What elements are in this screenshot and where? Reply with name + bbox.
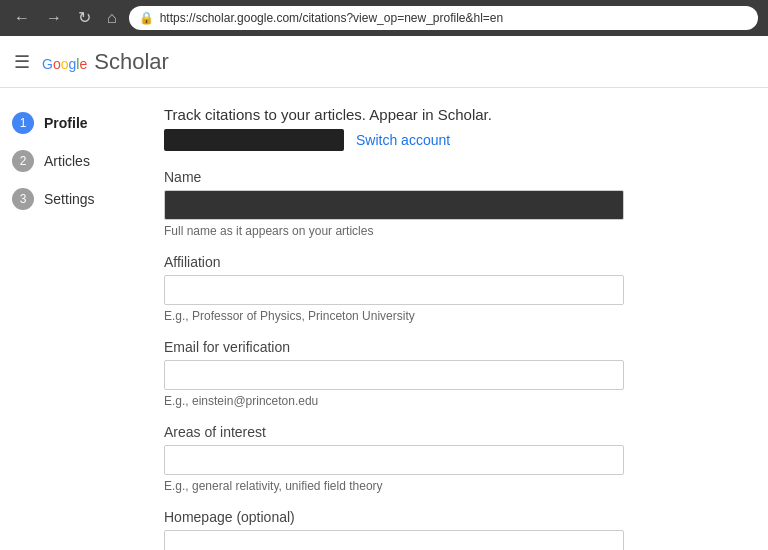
email-hint: E.g., einstein@princeton.edu xyxy=(164,394,744,408)
content-area: Track citations to your articles. Appear… xyxy=(140,88,768,550)
forward-button[interactable]: → xyxy=(42,8,66,28)
sidebar-label-settings: Settings xyxy=(44,191,95,207)
sidebar-item-articles[interactable]: 2 Articles xyxy=(0,142,140,180)
affiliation-field-group: Affiliation E.g., Professor of Physics, … xyxy=(164,254,744,323)
address-bar[interactable]: 🔒 https://scholar.google.com/citations?v… xyxy=(129,6,758,30)
name-input[interactable] xyxy=(164,190,624,220)
sidebar: 1 Profile 2 Articles 3 Settings xyxy=(0,88,140,550)
interests-input[interactable] xyxy=(164,445,624,475)
account-image xyxy=(164,129,344,151)
step-circle-3: 3 xyxy=(12,188,34,210)
name-hint: Full name as it appears on your articles xyxy=(164,224,744,238)
step-circle-1: 1 xyxy=(12,112,34,134)
homepage-label: Homepage (optional) xyxy=(164,509,744,525)
email-label: Email for verification xyxy=(164,339,744,355)
name-label: Name xyxy=(164,169,744,185)
account-row: Switch account xyxy=(164,129,744,151)
home-button[interactable]: ⌂ xyxy=(103,8,121,28)
sidebar-label-profile: Profile xyxy=(44,115,88,131)
google-header: ☰ Google Scholar xyxy=(0,36,768,88)
lock-icon: 🔒 xyxy=(139,11,154,25)
hamburger-icon[interactable]: ☰ xyxy=(14,51,30,73)
interests-field-group: Areas of interest E.g., general relativi… xyxy=(164,424,744,493)
step-circle-2: 2 xyxy=(12,150,34,172)
homepage-field-group: Homepage (optional) E.g., http://www.pri… xyxy=(164,509,744,550)
interests-label: Areas of interest xyxy=(164,424,744,440)
browser-chrome: ← → ↻ ⌂ 🔒 https://scholar.google.com/cit… xyxy=(0,0,768,36)
page-header: Track citations to your articles. Appear… xyxy=(164,106,744,123)
name-field-group: Name Full name as it appears on your art… xyxy=(164,169,744,238)
switch-account-link[interactable]: Switch account xyxy=(356,132,450,148)
interests-hint: E.g., general relativity, unified field … xyxy=(164,479,744,493)
main-layout: 1 Profile 2 Articles 3 Settings Track ci… xyxy=(0,88,768,550)
affiliation-label: Affiliation xyxy=(164,254,744,270)
email-input[interactable] xyxy=(164,360,624,390)
affiliation-input[interactable] xyxy=(164,275,624,305)
google-logo: Google Scholar xyxy=(42,49,169,75)
sidebar-item-profile[interactable]: 1 Profile xyxy=(0,104,140,142)
homepage-input[interactable] xyxy=(164,530,624,550)
back-button[interactable]: ← xyxy=(10,8,34,28)
sidebar-item-settings[interactable]: 3 Settings xyxy=(0,180,140,218)
sidebar-label-articles: Articles xyxy=(44,153,90,169)
affiliation-hint: E.g., Professor of Physics, Princeton Un… xyxy=(164,309,744,323)
email-field-group: Email for verification E.g., einstein@pr… xyxy=(164,339,744,408)
refresh-button[interactable]: ↻ xyxy=(74,8,95,28)
url-text: https://scholar.google.com/citations?vie… xyxy=(160,11,504,25)
